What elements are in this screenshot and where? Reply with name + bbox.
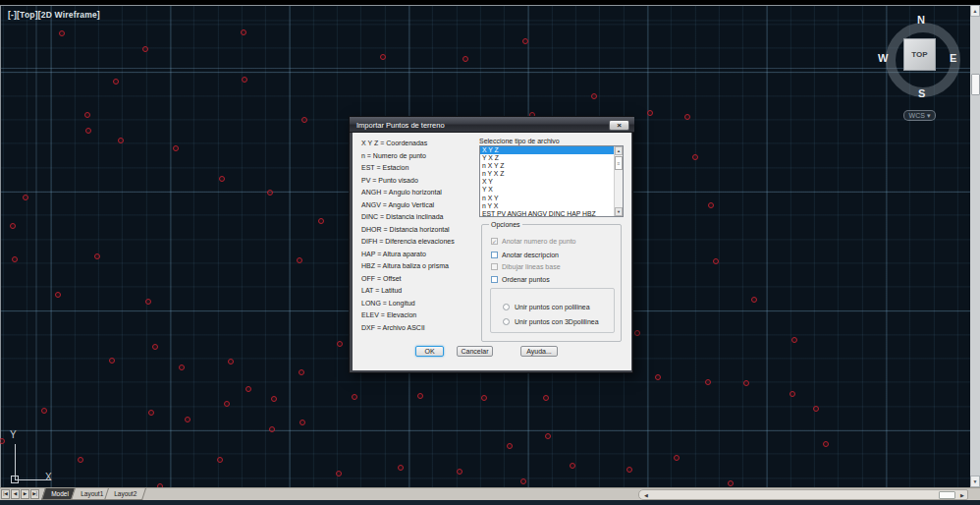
checkbox-row: ✓Anotar numero de punto xyxy=(491,237,576,246)
survey-point xyxy=(78,457,83,463)
survey-point xyxy=(684,114,690,120)
survey-point xyxy=(655,374,661,380)
viewcube-east[interactable]: E xyxy=(950,52,956,64)
file-type-option[interactable]: X Y xyxy=(480,178,623,186)
survey-point xyxy=(692,154,698,160)
file-type-option[interactable]: n Y X xyxy=(480,202,623,210)
legend-item: PV = Punto visado xyxy=(361,175,477,188)
tab-nav-icon[interactable]: |◀ xyxy=(1,489,10,499)
ucs-x-axis-label: X xyxy=(45,472,52,482)
survey-point xyxy=(791,337,797,343)
listbox-scrollbar[interactable]: ▲ ≡ ▼ xyxy=(614,146,623,216)
close-button[interactable]: × xyxy=(609,120,629,131)
tab-layout2[interactable]: Layout2 xyxy=(104,488,146,500)
legend-item: DHOR = Distancia horizontal xyxy=(361,224,477,237)
survey-point xyxy=(318,218,324,224)
dialog-titlebar[interactable]: Importar Puntos de terreno × xyxy=(350,117,634,133)
survey-point xyxy=(118,138,124,143)
survey-point xyxy=(55,292,61,298)
checkbox-label: Ordenar puntos xyxy=(502,276,550,283)
vertical-scrollbar[interactable]: ▲ ▼ xyxy=(970,5,980,487)
survey-point xyxy=(337,341,343,347)
survey-point xyxy=(352,394,357,400)
radio-label: Unir puntos con polilinea xyxy=(515,304,590,310)
listbox-scroll-up-icon[interactable]: ▲ xyxy=(615,146,623,155)
radio-row: Unir puntos con polilinea xyxy=(503,303,590,311)
radio-button[interactable] xyxy=(503,304,510,310)
viewcube-north[interactable]: N xyxy=(917,14,925,26)
survey-point xyxy=(789,391,795,397)
survey-point xyxy=(705,379,711,385)
checkbox: ✓ xyxy=(491,238,498,245)
file-type-option[interactable]: Y X xyxy=(480,186,623,194)
file-type-option[interactable]: Y X Z xyxy=(480,154,623,162)
survey-point xyxy=(267,190,273,196)
legend-item: OFF = Offset xyxy=(361,273,477,286)
survey-point xyxy=(219,176,225,182)
survey-point xyxy=(217,457,223,463)
file-type-option[interactable]: n Y X Z xyxy=(480,170,623,178)
survey-point xyxy=(224,401,230,407)
scroll-down-icon[interactable]: ▼ xyxy=(970,476,980,487)
ok-button[interactable]: OK xyxy=(415,346,444,357)
radio-button[interactable] xyxy=(503,318,510,325)
checkbox[interactable] xyxy=(491,276,498,283)
legend-item: LAT = Latitud xyxy=(361,285,477,298)
survey-point xyxy=(823,441,829,447)
radio-label: Unir puntos con 3Dpolilinea xyxy=(515,318,599,325)
checkbox[interactable] xyxy=(491,252,498,258)
survey-point xyxy=(463,56,468,62)
survey-point xyxy=(145,299,151,305)
legend-item: ELEV = Elevacion xyxy=(361,309,477,322)
cancel-button[interactable]: Cancelar xyxy=(457,346,493,357)
checkbox-label: Anotar numero de punto xyxy=(502,238,576,245)
scroll-up-icon[interactable]: ▲ xyxy=(970,5,980,17)
tab-nav-icon[interactable]: ▶| xyxy=(30,489,39,499)
vertical-scroll-thumb[interactable] xyxy=(971,74,980,95)
file-type-option[interactable]: X Y Z xyxy=(480,146,623,154)
legend-item: LONG = Longitud xyxy=(361,298,477,310)
survey-point xyxy=(0,438,5,444)
survey-point xyxy=(299,420,305,425)
polyline-options-group: Unir puntos con polilineaUnir puntos con… xyxy=(490,288,615,333)
layout-tab-bar: |◀◀▶▶| Model Layout1 Layout2 ◀ ▶ xyxy=(0,487,980,500)
survey-point xyxy=(148,410,154,416)
survey-point xyxy=(380,54,386,60)
viewport-controls-label[interactable]: [-][Top][2D Wireframe] xyxy=(8,10,100,20)
wcs-button[interactable]: WCS ▾ xyxy=(903,110,936,121)
options-group-label: Opciones xyxy=(489,221,522,228)
file-type-option[interactable]: n X Y xyxy=(480,195,623,202)
help-button[interactable]: Ayuda... xyxy=(520,346,558,357)
file-type-listbox[interactable]: X Y ZY X Zn X Y Zn Y X ZX YY Xn X Yn Y X… xyxy=(479,145,624,217)
scroll-left-icon[interactable]: ◀ xyxy=(642,491,650,498)
survey-point xyxy=(85,128,91,134)
survey-point xyxy=(591,93,597,99)
survey-point xyxy=(647,110,653,116)
viewcube-west[interactable]: W xyxy=(878,52,888,64)
close-icon: × xyxy=(617,121,622,130)
survey-point xyxy=(299,369,304,375)
horizontal-scroll-thumb[interactable] xyxy=(939,491,955,499)
survey-point xyxy=(94,253,100,259)
horizontal-scrollbar[interactable]: ◀ ▶ xyxy=(638,489,968,500)
viewcube-south[interactable]: S xyxy=(918,87,925,99)
legend-item: DIFH = Diferencia elevaciones xyxy=(361,236,477,249)
scroll-right-icon[interactable]: ▶ xyxy=(958,491,966,498)
legend-item: HBZ = Altura baliza o prisma xyxy=(361,260,477,273)
listbox-scroll-down-icon[interactable]: ▼ xyxy=(615,207,623,216)
ucs-icon: Y X xyxy=(7,430,64,487)
survey-point xyxy=(185,417,191,422)
file-type-option[interactable]: n X Y Z xyxy=(480,162,623,170)
tab-nav-icon[interactable]: ◀ xyxy=(11,489,20,499)
viewcube-top-face[interactable]: TOP xyxy=(903,38,936,71)
survey-point xyxy=(228,359,234,365)
tab-nav-icon[interactable]: ▶ xyxy=(21,489,29,499)
legend-item: X Y Z = Coordenadas xyxy=(361,138,477,150)
options-group: Opciones ✓Anotar numero de puntoAnotar d… xyxy=(481,224,622,342)
survey-point xyxy=(269,426,275,432)
file-type-option[interactable]: EST PV ANGH ANGV DINC HAP HBZ xyxy=(480,210,623,218)
survey-point xyxy=(520,478,526,484)
listbox-scroll-thumb[interactable]: ≡ xyxy=(615,156,623,170)
survey-point xyxy=(301,117,307,123)
survey-point xyxy=(481,395,487,401)
